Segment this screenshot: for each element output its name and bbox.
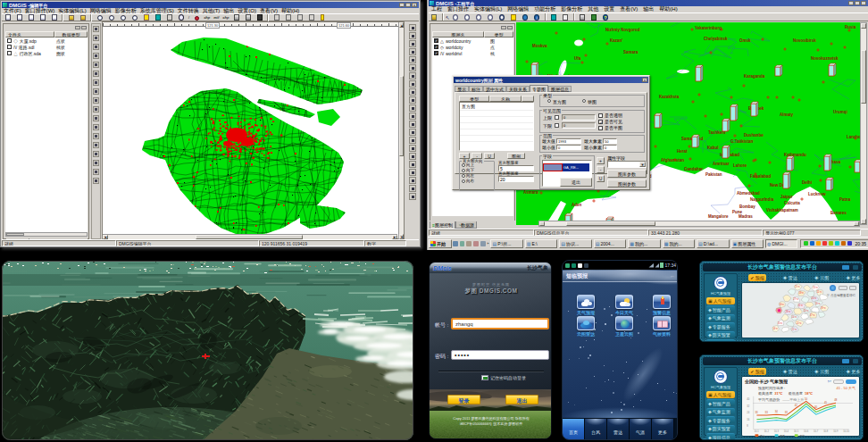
svg-text:Karaganda: Karaganda <box>744 74 765 79</box>
svg-text:Abmedabad: Abmedabad <box>737 191 760 196</box>
svg-text:22℃: 22℃ <box>792 328 797 331</box>
svg-text:Lahore: Lahore <box>733 163 747 168</box>
svg-text:Pune: Pune <box>732 210 742 214</box>
svg-text:33: 33 <box>755 411 759 414</box>
svg-text:34: 34 <box>775 410 779 413</box>
svg-text:Rusia: Rusia <box>845 25 856 29</box>
svg-text:33: 33 <box>765 411 769 414</box>
svg-text:10-4: 10-4 <box>784 429 789 433</box>
svg-text:10-8: 10-8 <box>823 429 829 433</box>
svg-text:22℃: 22℃ <box>797 321 802 325</box>
svg-text:Novokuznetsk: Novokuznetsk <box>811 56 839 61</box>
svg-text:25℃: 25℃ <box>795 285 800 288</box>
svg-text:28℃: 28℃ <box>785 310 790 313</box>
svg-text:15℃: 15℃ <box>778 321 783 325</box>
svg-text:Madras: Madras <box>739 214 753 219</box>
svg-text:10-1: 10-1 <box>755 429 760 433</box>
svg-text:11℃: 11℃ <box>817 290 822 294</box>
svg-text:40: 40 <box>814 405 818 409</box>
svg-text:Amritsar: Amritsar <box>713 162 730 166</box>
svg-text:27℃: 27℃ <box>793 297 798 301</box>
svg-text:10-6: 10-6 <box>804 429 809 433</box>
svg-text:Dushanbe: Dushanbe <box>744 133 764 138</box>
svg-text:Asmara: Asmara <box>523 190 538 195</box>
svg-text:Kabul: Kabul <box>707 146 719 150</box>
svg-text:最低: 最低 <box>780 434 785 438</box>
svg-text:33: 33 <box>785 411 789 414</box>
svg-text:Patna: Patna <box>839 197 851 202</box>
svg-text:Calcutta: Calcutta <box>784 201 800 205</box>
svg-text:Nizhniy Novgorod: Nizhniy Novgorod <box>605 28 640 32</box>
svg-text:NagpurIndia: NagpurIndia <box>750 197 774 202</box>
svg-text:8: 8 <box>747 424 748 428</box>
svg-text:16: 16 <box>747 418 750 421</box>
svg-text:最高: 最高 <box>760 434 765 438</box>
svg-text:Kathmandu: Kathmandu <box>784 153 806 157</box>
svg-text:24℃: 24℃ <box>804 309 809 313</box>
svg-text:Almaty: Almaty <box>780 113 794 117</box>
svg-text:Lucknow: Lucknow <box>808 192 826 196</box>
svg-text:17℃: 17℃ <box>810 313 815 317</box>
svg-text:40: 40 <box>747 397 750 401</box>
svg-text:16℃: 16℃ <box>779 303 784 306</box>
svg-text:10-7: 10-7 <box>814 429 819 433</box>
svg-text:10-2: 10-2 <box>764 429 770 433</box>
svg-text:10-3: 10-3 <box>774 429 780 433</box>
svg-text:G.Taiikistan: G.Taiikistan <box>730 139 753 144</box>
svg-text:Delhi: Delhi <box>802 180 812 185</box>
svg-text:Novosibirsk: Novosibirsk <box>793 38 816 43</box>
svg-text:Kazan': Kazan' <box>610 38 622 43</box>
svg-text:10-5: 10-5 <box>794 429 799 433</box>
svg-text:Afghanistan: Afghanistan <box>661 158 684 163</box>
svg-text:24: 24 <box>747 411 750 414</box>
svg-text:Samara: Samara <box>623 50 638 54</box>
svg-text:Faisalabad: Faisalabad <box>750 174 772 179</box>
svg-text:Herat: Herat <box>677 149 688 154</box>
svg-text:32: 32 <box>747 404 750 408</box>
svg-text:42: 42 <box>795 404 798 407</box>
svg-text:10-9: 10-9 <box>833 429 839 433</box>
svg-text:20℃: 20℃ <box>815 302 821 305</box>
svg-text:10-10: 10-10 <box>843 429 849 433</box>
svg-text:14℃: 14℃ <box>772 327 778 330</box>
svg-text:50: 50 <box>805 397 808 401</box>
svg-text:24℃: 24℃ <box>812 296 817 300</box>
svg-text:11℃: 11℃ <box>798 304 804 307</box>
svg-text:19℃: 19℃ <box>821 306 826 310</box>
svg-text:Aden: Aden <box>572 203 582 207</box>
svg-text:Pakistan: Pakistan <box>705 172 722 177</box>
svg-text:Moskva: Moskva <box>532 44 547 48</box>
svg-text:Gandahar: Gandahar <box>684 167 703 171</box>
svg-text:48: 48 <box>834 398 838 402</box>
svg-text:18℃: 18℃ <box>798 291 804 295</box>
svg-text:Vishakhapatnam: Vishakhapatnam <box>766 208 798 213</box>
svg-text:Mangalore: Mangalore <box>708 214 729 219</box>
svg-text:Ufa: Ufa <box>574 56 581 61</box>
svg-text:Chelyabinsk: Chelyabinsk <box>704 37 728 41</box>
svg-text:Urumqi: Urumqi <box>833 110 847 114</box>
svg-text:Omsk: Omsk <box>739 38 751 43</box>
svg-text:Jaipur: Jaipur <box>780 195 793 199</box>
svg-text:14℃: 14℃ <box>792 315 797 319</box>
svg-text:Lanzhou: Lanzhou <box>847 135 860 139</box>
svg-text:25℃: 25℃ <box>813 286 818 289</box>
svg-text:Kazakhsta: Kazakhsta <box>659 95 680 99</box>
svg-text:平均: 平均 <box>799 434 805 438</box>
svg-text:Bombay: Bombay <box>739 204 755 209</box>
svg-text:45: 45 <box>824 401 828 404</box>
svg-text:Benares: Benares <box>830 211 847 215</box>
svg-text:Yekaterinburg: Yekaterinburg <box>695 26 722 30</box>
